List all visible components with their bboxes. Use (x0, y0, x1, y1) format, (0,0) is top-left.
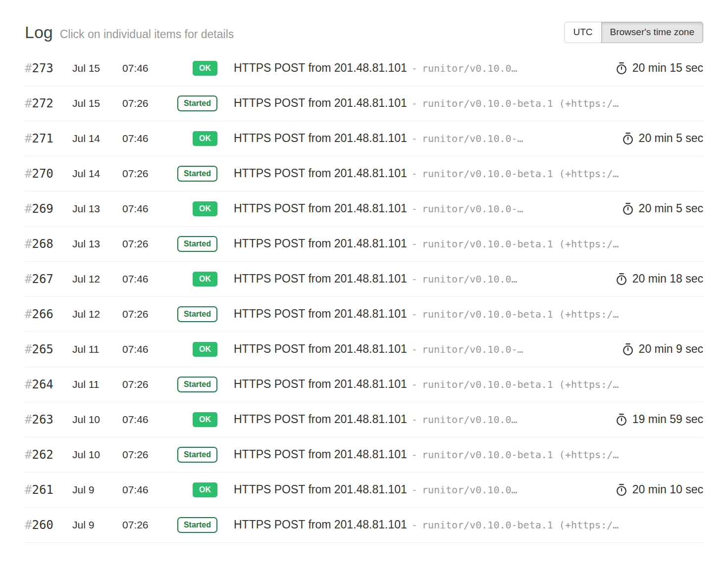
event-time: 07:46 (122, 414, 161, 426)
separator-dash: - (412, 97, 417, 109)
separator-dash: - (412, 308, 417, 320)
log-page: Log Click on individual items for detail… (0, 0, 728, 572)
event-text: HTTPS POST from 201.48.81.101 (234, 167, 407, 180)
separator-dash: - (412, 238, 417, 250)
event-description: HTTPS POST from 201.48.81.101-runitor/v0… (234, 272, 607, 286)
stopwatch-icon (622, 202, 634, 215)
event-date: Jul 10 (72, 414, 122, 426)
log-row[interactable]: #264 Jul 11 07:26 Started HTTPS POST fro… (25, 367, 703, 402)
user-agent-text: runitor/v0.10.0-beta.1 (+https:/… (422, 379, 619, 390)
status-badge-cell: OK (161, 272, 217, 286)
event-time: 07:26 (122, 308, 161, 320)
event-date: Jul 13 (72, 203, 122, 215)
duration-text: 20 min 15 sec (632, 61, 703, 75)
log-row[interactable]: #273 Jul 15 07:46 OK HTTPS POST from 201… (25, 51, 703, 86)
event-time: 07:26 (122, 238, 161, 250)
status-badge-cell: OK (161, 61, 217, 76)
event-id: #270 (25, 167, 72, 181)
log-row[interactable]: #267 Jul 12 07:46 OK HTTPS POST from 201… (25, 262, 703, 297)
utc-button[interactable]: UTC (564, 22, 601, 43)
event-id: #271 (25, 132, 72, 145)
event-time: 07:46 (122, 133, 161, 144)
id-hash-prefix: # (25, 96, 32, 110)
id-hash-prefix: # (25, 413, 32, 427)
separator-dash: - (412, 273, 417, 285)
status-badge-cell: Started (161, 377, 217, 392)
event-description: HTTPS POST from 201.48.81.101-runitor/v0… (234, 307, 703, 321)
id-hash-prefix: # (25, 342, 32, 356)
event-description: HTTPS POST from 201.48.81.101-runitor/v0… (234, 61, 607, 75)
event-description: HTTPS POST from 201.48.81.101-runitor/v0… (234, 342, 614, 356)
event-date: Jul 15 (72, 97, 122, 109)
event-date: Jul 12 (72, 308, 122, 320)
log-row[interactable]: #270 Jul 14 07:26 Started HTTPS POST fro… (25, 156, 703, 191)
status-badge-cell: OK (161, 482, 217, 497)
event-duration: 20 min 5 sec (622, 132, 703, 145)
id-number: 265 (32, 342, 53, 356)
event-text: HTTPS POST from 201.48.81.101 (234, 413, 407, 426)
log-row[interactable]: #262 Jul 10 07:26 Started HTTPS POST fro… (25, 437, 703, 473)
id-number: 270 (32, 167, 53, 181)
status-badge: Started (177, 95, 217, 111)
log-row[interactable]: #272 Jul 15 07:26 Started HTTPS POST fro… (25, 86, 703, 121)
user-agent-text: runitor/v0.10.0-… (422, 343, 523, 355)
separator-dash: - (412, 168, 417, 180)
id-hash-prefix: # (25, 448, 32, 462)
status-badge: OK (193, 342, 217, 357)
page-title: Log (25, 23, 53, 42)
user-agent-text: runitor/v0.10.0-beta.1 (+https:/… (422, 238, 619, 250)
log-table: #273 Jul 15 07:46 OK HTTPS POST from 201… (25, 51, 703, 543)
user-agent-text: runitor/v0.10.0… (422, 414, 518, 426)
user-agent-text: runitor/v0.10.0-beta.1 (+https:/… (422, 519, 619, 531)
event-id: #262 (25, 448, 72, 462)
id-hash-prefix: # (25, 518, 32, 532)
status-badge: Started (177, 166, 217, 182)
log-row[interactable]: #271 Jul 14 07:46 OK HTTPS POST from 201… (25, 121, 703, 156)
id-number: 263 (32, 413, 53, 427)
log-row[interactable]: #268 Jul 13 07:26 Started HTTPS POST fro… (25, 227, 703, 262)
separator-dash: - (412, 203, 417, 215)
log-row[interactable]: #260 Jul 9 07:26 Started HTTPS POST from… (25, 508, 703, 543)
id-number: 272 (32, 96, 53, 110)
id-number: 261 (32, 483, 53, 497)
log-row[interactable]: #263 Jul 10 07:46 OK HTTPS POST from 201… (25, 402, 703, 437)
page-subtitle: Click on individual items for details (60, 28, 234, 41)
status-badge: OK (193, 482, 217, 497)
user-agent-text: runitor/v0.10.0-… (422, 203, 523, 215)
event-text: HTTPS POST from 201.48.81.101 (234, 307, 407, 320)
status-badge-cell: OK (161, 342, 217, 357)
event-text: HTTPS POST from 201.48.81.101 (234, 483, 407, 496)
user-agent-text: runitor/v0.10.0-beta.1 (+https:/… (422, 308, 619, 320)
separator-dash: - (412, 484, 417, 496)
log-row[interactable]: #265 Jul 11 07:46 OK HTTPS POST from 201… (25, 332, 703, 367)
separator-dash: - (412, 379, 417, 390)
event-id: #261 (25, 483, 72, 497)
id-hash-prefix: # (25, 272, 32, 286)
stopwatch-icon (615, 413, 628, 426)
id-number: 273 (32, 61, 53, 75)
event-date: Jul 13 (72, 238, 122, 250)
user-agent-text: runitor/v0.10.0-beta.1 (+https:/… (422, 97, 619, 109)
id-number: 271 (32, 132, 53, 145)
id-hash-prefix: # (25, 237, 32, 251)
separator-dash: - (412, 519, 417, 531)
event-id: #269 (25, 202, 72, 216)
event-description: HTTPS POST from 201.48.81.101-runitor/v0… (234, 202, 614, 215)
id-hash-prefix: # (25, 132, 32, 145)
duration-text: 20 min 5 sec (639, 132, 703, 145)
status-badge: OK (193, 201, 217, 216)
event-date: Jul 14 (72, 133, 122, 144)
log-row[interactable]: #269 Jul 13 07:46 OK HTTPS POST from 201… (25, 191, 703, 227)
browser-timezone-button[interactable]: Browser's time zone (601, 22, 703, 43)
event-description: HTTPS POST from 201.48.81.101-runitor/v0… (234, 378, 703, 391)
log-row[interactable]: #266 Jul 12 07:26 Started HTTPS POST fro… (25, 297, 703, 332)
event-description: HTTPS POST from 201.48.81.101-runitor/v0… (234, 413, 607, 426)
event-duration: 20 min 5 sec (622, 202, 703, 215)
event-duration: 20 min 10 sec (615, 483, 703, 496)
event-duration: 20 min 18 sec (615, 272, 703, 286)
status-badge-cell: Started (161, 306, 217, 322)
event-text: HTTPS POST from 201.48.81.101 (234, 237, 407, 250)
event-date: Jul 9 (72, 484, 122, 496)
event-id: #264 (25, 378, 72, 391)
log-row[interactable]: #261 Jul 9 07:46 OK HTTPS POST from 201.… (25, 473, 703, 508)
